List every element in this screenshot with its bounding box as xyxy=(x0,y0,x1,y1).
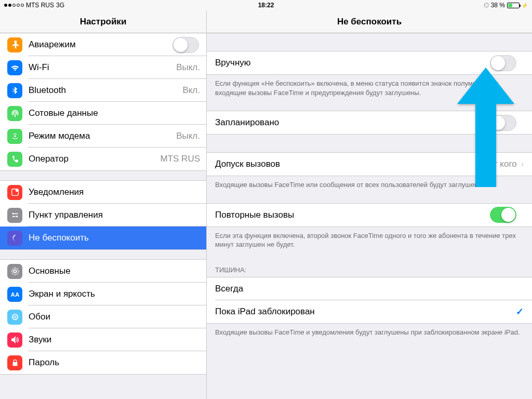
scheduled-toggle[interactable] xyxy=(490,115,516,131)
sidebar-item-label: Звуки xyxy=(29,335,206,345)
lock-icon xyxy=(7,355,22,370)
silence-header: ТИШИНА: xyxy=(207,263,532,277)
manual-toggle[interactable] xyxy=(490,55,516,71)
sidebar-item-controlcenter[interactable]: Пункт управления xyxy=(0,204,206,227)
bluetooth-icon xyxy=(7,83,22,98)
status-bar: MTS RUS 3G 18:22 ⌬ 38 % ⚡ xyxy=(0,0,532,10)
repeated-calls-row[interactable]: Повторные вызовы xyxy=(207,204,532,227)
svg-point-8 xyxy=(14,316,16,318)
silence-footer: Входящие вызовы FaceTime и уведомления б… xyxy=(207,324,532,341)
airplane-toggle[interactable] xyxy=(172,37,199,53)
sidebar-item-passcode[interactable]: Пароль xyxy=(0,351,206,374)
allow-calls-value: Ни от кого xyxy=(475,159,516,169)
detail-title: Не беспокоить xyxy=(337,17,402,27)
scheduled-row[interactable]: Запланировано xyxy=(207,111,532,134)
svg-text:AA: AA xyxy=(10,291,19,298)
svg-point-2 xyxy=(12,213,14,215)
signal-strength-icon xyxy=(4,4,24,7)
sidebar-item-dnd[interactable]: Не беспокоить xyxy=(0,227,206,249)
sidebar-item-hotspot[interactable]: Режим модемаВыкл. xyxy=(0,125,206,148)
allow-calls-label: Допуск вызовов xyxy=(215,159,475,169)
sidebar-item-sounds[interactable]: Звуки xyxy=(0,328,206,351)
allow-calls-footer: Входящие вызовы FaceTime или сообщения о… xyxy=(207,176,532,194)
sidebar-item-label: Сотовые данные xyxy=(29,108,206,118)
silence-always-row[interactable]: Всегда xyxy=(207,277,532,300)
silence-always-label: Всегда xyxy=(215,284,524,294)
sidebar-item-notifications[interactable]: Уведомления xyxy=(0,181,206,204)
chevron-right-icon: › xyxy=(521,159,524,169)
repeated-calls-label: Повторные вызовы xyxy=(215,210,490,220)
clock: 18:22 xyxy=(258,2,274,9)
sidebar-item-label: Не беспокоить xyxy=(29,233,206,243)
svg-rect-9 xyxy=(12,362,17,366)
sidebar-item-bluetooth[interactable]: BluetoothВкл. xyxy=(0,79,206,102)
silence-locked-label: Пока iPad заблокирован xyxy=(215,307,516,317)
sidebar-item-cellular[interactable]: Сотовые данные xyxy=(0,102,206,125)
manual-label: Вручную xyxy=(215,58,490,68)
sidebar-item-airplane[interactable]: Авиарежим xyxy=(0,33,206,56)
svg-rect-3 xyxy=(15,213,18,214)
sidebar-item-label: Уведомления xyxy=(29,187,206,197)
carrier-label: MTS RUS xyxy=(26,2,54,9)
svg-point-4 xyxy=(16,216,18,218)
sidebar-item-label: Bluetooth xyxy=(29,85,182,96)
sidebar-item-value: Вкл. xyxy=(182,85,200,96)
sidebar-item-value: Выкл. xyxy=(176,131,200,141)
notif-icon xyxy=(7,185,22,200)
manual-row[interactable]: Вручную xyxy=(207,51,532,74)
sidebar-item-label: Пароль xyxy=(29,357,206,368)
antenna-icon xyxy=(7,106,22,121)
allow-calls-row[interactable]: Допуск вызовов Ни от кого › xyxy=(207,153,532,176)
phone-icon xyxy=(7,152,22,167)
sidebar-item-label: Авиарежим xyxy=(29,39,172,50)
gear-icon xyxy=(7,264,22,279)
sidebar-item-wallpaper[interactable]: Обои xyxy=(0,305,206,328)
sidebar-item-label: Оператор xyxy=(29,154,161,164)
wifi-icon xyxy=(7,60,22,75)
sidebar-item-display[interactable]: AAЭкран и яркость xyxy=(0,283,206,305)
charging-icon: ⚡ xyxy=(522,3,528,8)
sounds-icon xyxy=(7,332,22,348)
control-icon xyxy=(7,208,22,223)
display-icon: AA xyxy=(7,287,22,302)
detail-navbar: Не беспокоить xyxy=(207,10,532,33)
sidebar-title: Настройки xyxy=(80,17,127,27)
sidebar-navbar: Настройки xyxy=(0,10,206,33)
sidebar-item-wifi[interactable]: Wi-FiВыкл. xyxy=(0,56,206,79)
settings-sidebar: Настройки АвиарежимWi-FiВыкл.BluetoothВк… xyxy=(0,10,207,399)
sidebar-item-label: Экран и яркость xyxy=(29,289,206,299)
repeated-calls-toggle[interactable] xyxy=(490,207,516,223)
sidebar-item-carrier[interactable]: ОператорMTS RUS xyxy=(0,148,206,170)
sidebar-item-label: Wi-Fi xyxy=(29,62,176,73)
sidebar-item-general[interactable]: Основные xyxy=(0,260,206,283)
svg-point-1 xyxy=(15,189,18,192)
network-label: 3G xyxy=(56,2,64,9)
manual-footer: Если функция «Не беспокоить» включена, в… xyxy=(207,75,532,101)
sidebar-item-label: Режим модема xyxy=(29,131,176,141)
svg-rect-5 xyxy=(12,216,15,217)
scheduled-label: Запланировано xyxy=(215,117,490,128)
wallpaper-icon xyxy=(7,310,22,325)
battery-percent: 38 % xyxy=(491,2,505,9)
airplane-icon xyxy=(7,37,22,52)
sidebar-item-label: Обои xyxy=(29,312,206,322)
repeated-calls-footer: Если эта функция включена, второй звонок… xyxy=(207,227,532,254)
detail-pane: Не беспокоить Вручную Если функция «Не б… xyxy=(207,10,532,399)
battery-icon xyxy=(507,3,520,8)
sidebar-item-label: Основные xyxy=(29,266,206,276)
sidebar-item-value: MTS RUS xyxy=(161,154,201,164)
checkmark-icon: ✓ xyxy=(516,306,524,317)
moon-icon xyxy=(7,231,22,246)
sidebar-item-label: Пункт управления xyxy=(29,210,206,220)
sidebar-item-value: Выкл. xyxy=(176,62,200,73)
silence-locked-row[interactable]: Пока iPad заблокирован ✓ xyxy=(207,300,532,323)
hotspot-icon xyxy=(7,129,22,144)
bluetooth-status-icon: ⌬ xyxy=(484,2,489,9)
